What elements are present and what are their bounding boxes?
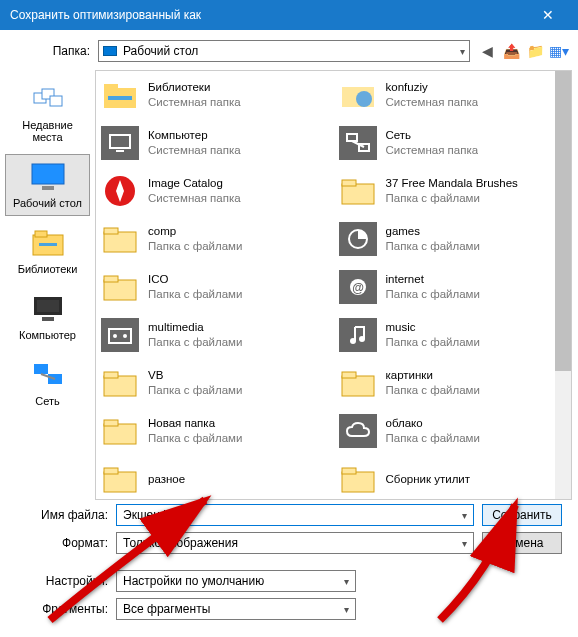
file-name: konfuziy — [386, 80, 479, 95]
close-button[interactable]: ✕ — [528, 7, 568, 23]
settings-dropdown[interactable]: Настройки по умолчанию▾ — [116, 570, 356, 592]
file-subtitle: Папка с файлами — [148, 239, 242, 254]
svg-rect-43 — [104, 424, 136, 444]
svg-rect-7 — [39, 243, 57, 246]
file-item[interactable]: VBПапка с файлами — [96, 359, 334, 407]
svg-rect-26 — [342, 180, 356, 186]
file-item[interactable]: 37 Free Mandala BrushesПапка с файлами — [334, 167, 572, 215]
file-name: Сборник утилит — [386, 472, 471, 487]
network-icon — [28, 359, 68, 391]
file-subtitle: Папка с файлами — [386, 191, 518, 206]
file-name: music — [386, 320, 480, 335]
format-dropdown[interactable]: Только изображения▾ — [116, 532, 474, 554]
svg-rect-39 — [104, 376, 136, 396]
save-button[interactable]: Сохранить — [482, 504, 562, 526]
svg-rect-34 — [109, 329, 131, 343]
file-item[interactable]: Сборник утилит — [334, 455, 572, 500]
svg-rect-48 — [342, 468, 356, 474]
fragments-dropdown[interactable]: Все фрагменты▾ — [116, 598, 356, 620]
file-subtitle: Папка с файлами — [148, 383, 242, 398]
svg-rect-6 — [35, 231, 47, 237]
sidebar-item-network[interactable]: Сеть — [5, 352, 90, 414]
file-name: картинки — [386, 368, 480, 383]
file-item[interactable]: gamesПапка с файлами — [334, 215, 572, 263]
internet-icon: @ — [338, 269, 378, 305]
filename-label: Имя файла: — [16, 508, 108, 522]
scrollbar[interactable] — [555, 71, 571, 499]
format-label: Формат: — [16, 536, 108, 550]
new-folder-icon[interactable]: 📁 — [526, 42, 544, 60]
file-item[interactable]: konfuziyСистемная папка — [334, 71, 572, 119]
sidebar-item-desktop[interactable]: Рабочий стол — [5, 154, 90, 216]
file-item[interactable]: облакоПапка с файлами — [334, 407, 572, 455]
user-icon — [338, 77, 378, 113]
svg-rect-3 — [32, 164, 64, 184]
svg-rect-9 — [37, 300, 59, 312]
svg-point-35 — [113, 334, 117, 338]
file-subtitle: Системная папка — [148, 143, 241, 158]
file-item[interactable]: ICOПапка с файлами — [96, 263, 334, 311]
sidebar-label: Рабочий стол — [8, 197, 87, 209]
sidebar-label: Недавние места — [8, 119, 87, 143]
file-name: Image Catalog — [148, 176, 241, 191]
file-name: ICO — [148, 272, 242, 287]
file-item[interactable]: compПапка с файлами — [96, 215, 334, 263]
svg-rect-20 — [116, 150, 124, 152]
computer-icon — [28, 293, 68, 325]
file-name: Компьютер — [148, 128, 241, 143]
desktop-icon — [28, 161, 68, 193]
folder-dropdown[interactable]: Рабочий стол ▾ — [98, 40, 470, 62]
file-item[interactable]: Новая папкаПапка с файлами — [96, 407, 334, 455]
svg-point-18 — [356, 91, 372, 107]
svg-rect-42 — [342, 372, 356, 378]
window-title: Сохранить оптимизированный как — [10, 8, 528, 22]
file-subtitle: Папка с файлами — [386, 239, 480, 254]
svg-rect-27 — [104, 232, 136, 252]
file-item[interactable]: multimediaПапка с файлами — [96, 311, 334, 359]
network-icon — [338, 125, 378, 161]
file-item[interactable]: картинкиПапка с файлами — [334, 359, 572, 407]
sidebar-item-libraries[interactable]: Библиотеки — [5, 220, 90, 282]
libraries-icon — [28, 227, 68, 259]
file-name: облако — [386, 416, 480, 431]
file-item[interactable]: @internetПапка с файлами — [334, 263, 572, 311]
up-icon[interactable]: 📤 — [502, 42, 520, 60]
chevron-down-icon: ▾ — [462, 538, 467, 549]
svg-rect-47 — [342, 472, 374, 492]
file-item[interactable]: БиблиотекиСистемная папка — [96, 71, 334, 119]
body-area: Недавние места Рабочий стол Библиотеки К… — [0, 70, 578, 500]
file-list[interactable]: БиблиотекиСистемная папкаkonfuziyСистемн… — [95, 70, 572, 500]
sidebar-label: Сеть — [8, 395, 87, 407]
svg-text:@: @ — [352, 281, 364, 295]
folder-value: Рабочий стол — [123, 44, 460, 58]
view-icon[interactable]: ▦▾ — [550, 42, 568, 60]
folder-icon — [100, 221, 140, 257]
folder-label: Папка: — [10, 44, 90, 58]
back-icon[interactable]: ◀ — [478, 42, 496, 60]
filename-input[interactable]: Экшен.jpg▾ — [116, 504, 474, 526]
folder-icon — [100, 269, 140, 305]
file-item[interactable]: Image CatalogСистемная папка — [96, 167, 334, 215]
svg-rect-41 — [342, 376, 374, 396]
folder-icon — [100, 365, 140, 401]
recent-icon — [28, 83, 68, 115]
file-name: разное — [148, 472, 185, 487]
file-name: comp — [148, 224, 242, 239]
svg-rect-16 — [108, 96, 132, 100]
folder-row: Папка: Рабочий стол ▾ ◀ 📤 📁 ▦▾ — [0, 30, 578, 70]
file-item[interactable]: разное — [96, 455, 334, 500]
file-name: games — [386, 224, 480, 239]
file-item[interactable]: СетьСистемная папка — [334, 119, 572, 167]
file-item[interactable]: КомпьютерСистемная папка — [96, 119, 334, 167]
file-name: multimedia — [148, 320, 242, 335]
folder-icon — [100, 461, 140, 497]
svg-rect-4 — [42, 186, 54, 190]
chevron-down-icon: ▾ — [462, 510, 467, 521]
cancel-button[interactable]: Отмена — [482, 532, 562, 554]
sidebar-item-recent[interactable]: Недавние места — [5, 76, 90, 150]
toolbar-icons: ◀ 📤 📁 ▦▾ — [478, 42, 568, 60]
places-sidebar: Недавние места Рабочий стол Библиотеки К… — [0, 70, 95, 500]
svg-rect-10 — [42, 317, 54, 321]
sidebar-item-computer[interactable]: Компьютер — [5, 286, 90, 348]
file-item[interactable]: musicПапка с файлами — [334, 311, 572, 359]
